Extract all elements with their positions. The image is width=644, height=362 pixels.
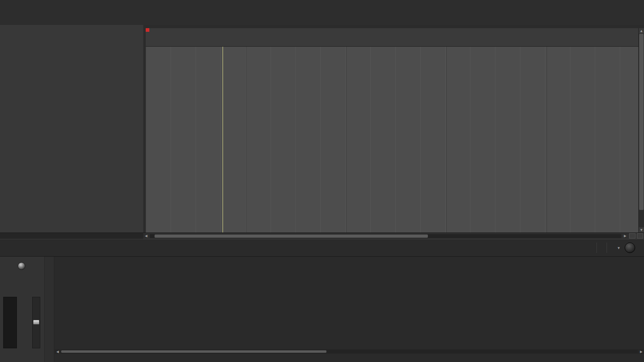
- mixer-hscroll-handle[interactable]: [61, 350, 326, 353]
- divider: [597, 243, 597, 253]
- hscroll-handle[interactable]: [155, 234, 428, 238]
- chevron-down-icon: ▼: [618, 247, 620, 250]
- scroll-down-icon[interactable]: ▼: [639, 227, 644, 232]
- timeline-ruler[interactable]: [146, 28, 638, 47]
- scroll-left-icon[interactable]: ◀: [143, 234, 149, 238]
- master-fader-cap[interactable]: [33, 320, 39, 325]
- main-toolbar: [0, 0, 644, 25]
- hscroll-track[interactable]: [150, 234, 621, 238]
- divider: [607, 243, 607, 253]
- vscroll-handle[interactable]: [639, 34, 644, 210]
- marker-flag-icon: [146, 28, 149, 32]
- master-strip: [0, 257, 44, 362]
- vertical-scrollbar[interactable]: ▲ ▼: [638, 28, 644, 232]
- master-pan-knob[interactable]: [18, 262, 25, 270]
- scroll-up-icon[interactable]: ▲: [639, 28, 644, 33]
- transport-bar: ▼: [0, 239, 644, 257]
- mixer-hscroll-track[interactable]: [61, 350, 638, 353]
- playrate-knob[interactable]: [625, 243, 635, 253]
- arrange-view[interactable]: [146, 47, 638, 232]
- global-value[interactable]: ▼: [617, 245, 620, 251]
- zoom-out-button[interactable]: [637, 233, 643, 239]
- mixer-panel: ◀ ▶: [0, 257, 644, 362]
- master-rack-buttons: [44, 257, 54, 362]
- master-meter: [3, 297, 17, 348]
- mixer-hscrollbar[interactable]: ◀ ▶: [55, 349, 644, 354]
- master-fader[interactable]: [32, 297, 40, 348]
- mixer-strips: [55, 257, 644, 348]
- zoom-in-button[interactable]: [629, 233, 636, 239]
- playhead: [223, 47, 223, 232]
- scroll-right-icon[interactable]: ▶: [638, 350, 644, 354]
- status-bar: ◀ ▶: [0, 232, 644, 239]
- reaper-window: ▲ ▼ ◀ ▶: [0, 0, 644, 362]
- global-automation[interactable]: ▼: [617, 245, 620, 251]
- scroll-right-icon[interactable]: ▶: [622, 234, 628, 238]
- transport-right-cluster: ▼: [476, 239, 640, 256]
- track-control-panel: [0, 25, 143, 232]
- arrange-hscrollbar[interactable]: ◀ ▶: [143, 233, 644, 239]
- scroll-left-icon[interactable]: ◀: [55, 350, 60, 354]
